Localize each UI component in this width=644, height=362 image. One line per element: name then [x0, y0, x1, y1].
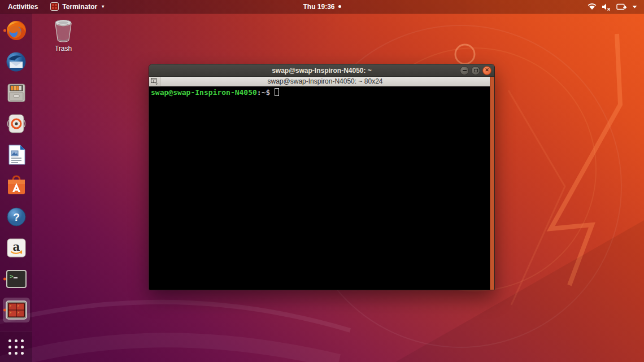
trash-desktop-icon[interactable]: Trash — [46, 19, 80, 53]
svg-text:?: ? — [13, 211, 20, 223]
thunderbird-icon — [6, 51, 27, 72]
terminator-group-button[interactable] — [149, 77, 160, 86]
dock-item-rhythmbox[interactable] — [3, 111, 30, 136]
prompt-user-host: swap@swap-Inspiron-N4050 — [151, 88, 257, 97]
close-icon: ✕ — [485, 68, 489, 73]
show-applications-button[interactable] — [0, 332, 32, 362]
dock-item-libreoffice-writer[interactable] — [3, 142, 30, 167]
svg-text:>: > — [18, 304, 19, 307]
dock-item-amazon[interactable]: a — [3, 235, 30, 260]
show-applications-grid-icon — [8, 339, 24, 355]
dock-item-thunderbird[interactable] — [3, 49, 30, 74]
clock-text: Thu 19:36 — [303, 3, 334, 11]
firefox-icon — [6, 20, 27, 41]
close-button[interactable]: ✕ — [482, 66, 491, 75]
running-indicator — [3, 278, 6, 281]
rhythmbox-icon — [6, 113, 27, 134]
maximize-button[interactable] — [471, 66, 480, 75]
svg-text:>: > — [10, 273, 14, 280]
amazon-icon: a — [6, 237, 27, 259]
app-menu-label: Terminator — [62, 3, 97, 11]
dock-item-help[interactable]: ? — [3, 204, 30, 229]
minimize-icon — [463, 70, 467, 71]
prompt-suffix: :~$ — [257, 88, 270, 97]
gnome-terminal-icon: > — [6, 268, 27, 290]
battery-icon — [616, 3, 627, 11]
wifi-icon — [588, 3, 597, 10]
svg-text:>: > — [18, 311, 19, 314]
activities-label: Activities — [8, 3, 38, 11]
maximize-icon — [474, 69, 478, 72]
grouping-grid-icon — [151, 78, 158, 85]
help-icon: ? — [6, 206, 27, 228]
running-indicator — [3, 29, 6, 32]
files-icon — [6, 82, 27, 103]
window-title: swap@swap-Inspiron-N4050: ~ — [149, 67, 494, 75]
dock-item-files[interactable] — [3, 80, 30, 105]
terminal-cursor — [275, 88, 279, 96]
ubuntu-software-icon — [6, 175, 27, 197]
svg-text:>: > — [10, 311, 11, 314]
top-bar: Activities Terminator ▾ Thu 19:36 — [0, 0, 644, 14]
dock: ? a > — [0, 14, 32, 362]
app-menu-terminator[interactable]: Terminator ▾ — [48, 0, 106, 14]
chevron-down-icon: ▾ — [102, 4, 104, 9]
running-indicator — [3, 309, 6, 312]
chevron-down-icon — [632, 5, 637, 8]
dock-item-terminator[interactable]: > > > > — [3, 298, 30, 322]
terminator-app-icon — [50, 2, 59, 11]
clock-button[interactable]: Thu 19:36 — [303, 3, 341, 11]
terminal-tab-bar: swap@swap-Inspiron-N4050: ~ 80x24 — [149, 77, 490, 86]
terminator-icon: > > > > — [6, 299, 27, 321]
trash-can-icon — [52, 19, 75, 43]
terminal-screen[interactable]: swap@swap-Inspiron-N4050:~$ — [149, 86, 490, 290]
notification-dot — [338, 5, 341, 8]
system-status-area[interactable] — [588, 3, 644, 11]
dock-item-gnome-terminal[interactable]: > — [3, 267, 30, 291]
svg-text:a: a — [12, 240, 20, 254]
svg-text:>: > — [10, 304, 11, 307]
terminator-window: swap@swap-Inspiron-N4050: ~ ✕ swap@swap-… — [149, 64, 495, 290]
activities-button[interactable]: Activities — [6, 0, 40, 14]
terminal-scrollbar[interactable] — [490, 77, 494, 290]
volume-muted-icon — [602, 3, 611, 11]
trash-label: Trash — [55, 45, 72, 53]
minimize-button[interactable] — [460, 66, 469, 75]
window-titlebar[interactable]: swap@swap-Inspiron-N4050: ~ ✕ — [149, 64, 494, 77]
dock-item-firefox[interactable] — [3, 18, 30, 43]
dock-item-ubuntu-software[interactable] — [3, 173, 30, 198]
libreoffice-writer-icon — [6, 144, 27, 165]
terminal-pane-title: swap@swap-Inspiron-N4050: ~ 80x24 — [160, 77, 490, 85]
